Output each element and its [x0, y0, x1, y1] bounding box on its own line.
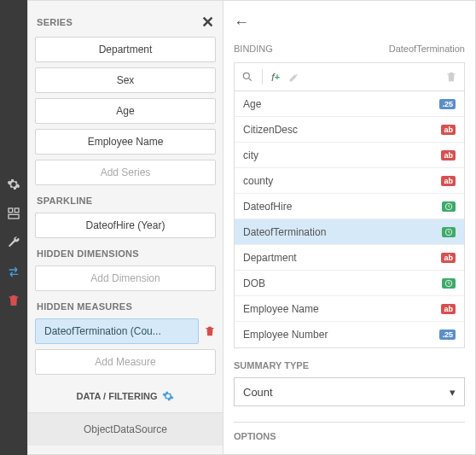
sparkline-label: SPARKLINE [37, 195, 92, 206]
field-name: city [243, 149, 258, 161]
layout-icon[interactable] [0, 200, 27, 227]
chevron-down-icon: ▾ [450, 386, 456, 399]
field-row[interactable]: Employee Nameab [235, 296, 464, 322]
field-row[interactable]: DateofHire [235, 194, 464, 219]
hidden-measure-item[interactable]: DateofTermination (Cou... [35, 318, 199, 344]
tool-rail [0, 0, 27, 455]
binding-label: BINDING [234, 44, 273, 54]
gear-icon [162, 390, 174, 402]
add-measure-button[interactable]: Add Measure [35, 349, 216, 375]
transfer-icon[interactable] [0, 258, 27, 285]
series-item[interactable]: Sex [35, 67, 216, 93]
gear-icon[interactable] [0, 171, 27, 198]
field-row[interactable]: Age.25 [235, 91, 464, 117]
series-item[interactable]: Department [35, 37, 216, 62]
field-name: DateofHire [243, 201, 292, 213]
close-icon[interactable]: ✕ [201, 15, 214, 30]
date-badge-icon [442, 278, 456, 289]
txt-badge-icon: ab [441, 125, 456, 135]
txt-badge-icon: ab [441, 253, 456, 263]
options-label: OPTIONS [234, 423, 465, 441]
field-row[interactable]: cityab [235, 143, 464, 168]
field-row[interactable]: CitizenDescab [235, 117, 464, 143]
date-badge-icon [442, 201, 456, 212]
hidden-dimensions-label: HIDDEN DIMENSIONS [37, 248, 139, 259]
fx-add-icon[interactable]: f+ [271, 71, 280, 84]
field-name: county [243, 175, 273, 187]
trash-icon[interactable] [0, 287, 27, 314]
hidden-measures-label: HIDDEN MEASURES [37, 301, 132, 312]
series-item[interactable]: Employee Name [35, 129, 216, 155]
field-row[interactable]: DOB [235, 271, 464, 296]
datasource-item[interactable]: ObjectDataSource [28, 412, 223, 446]
search-icon[interactable] [241, 71, 253, 83]
binding-field-name: DateofTermination [389, 44, 465, 54]
field-name: Age [243, 98, 261, 110]
field-row[interactable]: Employee Number.25 [235, 322, 464, 347]
series-item[interactable]: Age [35, 98, 216, 124]
field-row[interactable]: countyab [235, 168, 464, 194]
field-name: Employee Number [243, 329, 328, 341]
summary-type-dropdown[interactable]: Count ▾ [234, 377, 465, 406]
field-list: Age.25CitizenDescabcityabcountyabDateofH… [234, 91, 465, 348]
date-badge-icon [442, 227, 456, 237]
series-label: SERIES [37, 17, 73, 27]
svg-rect-1 [15, 208, 19, 213]
txt-badge-icon: ab [441, 150, 456, 160]
txt-badge-icon: ab [441, 176, 456, 186]
field-row[interactable]: Departmentab [235, 245, 464, 271]
txt-badge-icon: ab [441, 304, 456, 314]
field-row[interactable]: DateofTermination [235, 219, 464, 245]
summary-type-label: SUMMARY TYPE [234, 348, 465, 377]
trash-icon[interactable] [445, 71, 457, 83]
data-filtering-link[interactable]: DATA / FILTERING [35, 380, 216, 412]
sparkline-item[interactable]: DateofHire (Year) [35, 213, 216, 238]
svg-rect-2 [9, 214, 19, 219]
add-series-button[interactable]: Add Series [35, 160, 216, 185]
svg-rect-0 [9, 208, 13, 213]
back-arrow-icon[interactable]: ← [234, 14, 249, 32]
field-name: CitizenDesc [243, 124, 298, 136]
binding-panel: ← BINDING DateofTermination f+ Age.25Cit… [223, 0, 476, 455]
field-name: DateofTermination [243, 226, 326, 238]
num-badge-icon: .25 [439, 99, 456, 109]
svg-point-3 [243, 73, 249, 79]
edit-icon[interactable] [288, 72, 299, 83]
add-dimension-button[interactable]: Add Dimension [35, 265, 216, 291]
config-panel: SERIES ✕ Department Sex Age Employee Nam… [27, 0, 223, 455]
field-name: Department [243, 252, 297, 264]
wrench-icon[interactable] [0, 229, 27, 256]
delete-measure-icon[interactable] [204, 325, 216, 337]
num-badge-icon: .25 [439, 330, 456, 340]
field-name: Employee Name [243, 303, 319, 315]
field-name: DOB [243, 277, 265, 289]
field-toolbar: f+ [234, 62, 465, 91]
